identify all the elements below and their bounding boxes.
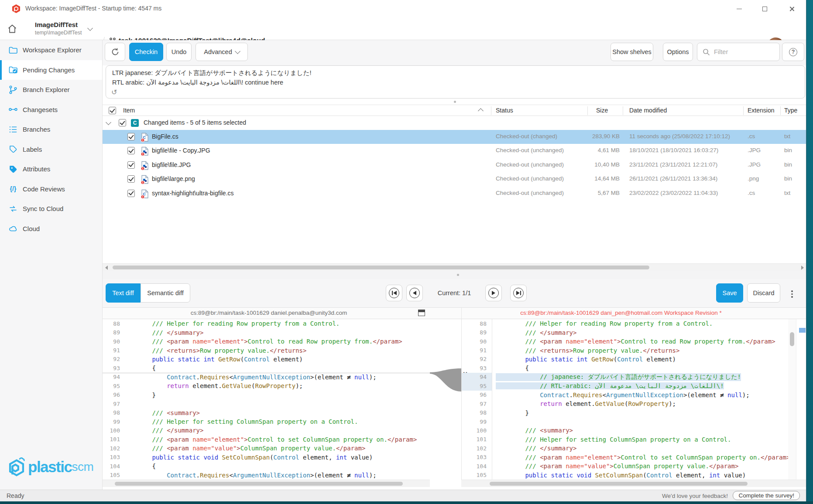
diff-vscrollbar[interactable] — [788, 319, 796, 480]
diff-right-pane[interactable]: 88 /// Helper for reading Row property f… — [461, 319, 788, 480]
table-row[interactable]: bigfile\file.JPGChecked-out (unchanged)1… — [103, 158, 806, 172]
row-checkbox[interactable] — [127, 133, 135, 140]
logo-text: plastic — [28, 458, 72, 476]
file-table-header[interactable]: Item Status Size Date modified Extension… — [103, 105, 806, 116]
scrollbar-thumb[interactable] — [113, 266, 649, 269]
file-type: bin — [784, 175, 806, 182]
sidebar-item-workspace-explorer[interactable]: Workspace Explorer — [0, 40, 102, 60]
line-number: 96 — [462, 391, 492, 399]
home-button[interactable] — [4, 21, 20, 36]
panel-splitter[interactable] — [103, 271, 806, 279]
splitter-grip[interactable] — [457, 274, 459, 276]
desktop-taskbar-edge — [0, 501, 813, 504]
help-button[interactable]: ? — [782, 43, 804, 61]
splitter-grip[interactable] — [454, 101, 456, 103]
close-button[interactable] — [782, 2, 802, 16]
show-shelves-button[interactable]: Show shelves — [611, 43, 653, 61]
scrollbar-thumb[interactable] — [790, 332, 794, 346]
filter-input[interactable] — [714, 48, 771, 55]
line-number: 91 — [462, 346, 492, 354]
sidebar-item-branches[interactable]: Branches — [0, 119, 102, 140]
scrollbar-thumb[interactable] — [490, 482, 748, 486]
code-line: 102 /// <param name="value">ColumnSpan p… — [103, 444, 430, 453]
line-number: 102 — [462, 444, 492, 453]
sidebar-item-label: Branch Explorer — [23, 86, 70, 93]
column-type[interactable]: Type — [784, 107, 797, 114]
refresh-button[interactable] — [105, 43, 125, 61]
table-row[interactable]: CBigFile.csChecked-out (changed)283,90 K… — [103, 130, 806, 144]
tab-text-diff[interactable]: Text diff — [106, 283, 141, 303]
line-number: 103 — [462, 453, 492, 462]
diff-left-pane[interactable]: 88 /// Helper for reading Row property f… — [103, 319, 430, 480]
current-diff-label: Current: 1/1 — [436, 289, 473, 296]
line-number: 88 — [103, 320, 123, 327]
discard-button[interactable]: Discard — [747, 283, 780, 303]
table-row[interactable]: bigfile\file - Copy.JPGChecked-out (unch… — [103, 144, 806, 158]
code-reviews-icon: {/} — [8, 184, 18, 194]
change-marker[interactable] — [799, 328, 806, 333]
last-diff-button[interactable] — [510, 285, 527, 301]
column-date-modified[interactable]: Date modified — [629, 107, 667, 114]
diff-overview-strip[interactable] — [796, 319, 806, 480]
main-toolbar: Checkin Undo Advanced Show shelves Optio… — [103, 40, 806, 65]
column-item[interactable]: Item — [123, 107, 135, 114]
select-all-checkbox[interactable] — [109, 107, 116, 114]
save-button[interactable]: Save — [716, 283, 743, 303]
first-diff-button[interactable] — [386, 285, 402, 301]
maximize-button[interactable] — [755, 2, 775, 16]
table-row[interactable]: bigfile\large.pngChecked-out (unchanged)… — [103, 172, 806, 186]
column-size[interactable]: Size — [596, 107, 608, 114]
diff-menu-button[interactable] — [791, 290, 793, 298]
line-number: 104 — [462, 462, 492, 470]
sidebar-item-attributes[interactable]: Attributes — [0, 159, 102, 179]
column-status[interactable]: Status — [496, 107, 513, 114]
sidebar-item-labels[interactable]: Labels — [0, 140, 102, 160]
complete-survey-button[interactable]: Complete the survey! — [733, 491, 800, 500]
code-line: 99 /// Helper for setting ColumnSpan pro… — [103, 417, 430, 426]
changed-items-group-row[interactable]: C Changed items - 5 of 5 items selected — [103, 116, 806, 130]
undo-button[interactable]: Undo — [166, 43, 192, 61]
advanced-button[interactable]: Advanced — [196, 43, 248, 61]
group-checkbox[interactable] — [119, 119, 126, 126]
file-list-hscrollbar[interactable] — [103, 263, 806, 271]
code-line: 103 /// <param name="element">Control to… — [462, 453, 788, 462]
minimize-icon — [737, 9, 742, 9]
sidebar-item-sync-to-cloud[interactable]: Sync to Cloud — [0, 199, 102, 219]
checkin-comment-box[interactable]: LTR japanese: ダブルバイト言語がサポートされるようになりました! … — [106, 65, 805, 99]
scroll-right-icon[interactable] — [801, 266, 804, 270]
row-checkbox[interactable] — [127, 190, 135, 197]
status-text: Ready — [7, 492, 24, 499]
chevron-down-icon — [87, 25, 93, 31]
minimize-button[interactable] — [729, 2, 749, 16]
row-checkbox[interactable] — [127, 147, 135, 154]
collapse-chevron-icon[interactable] — [106, 119, 111, 125]
right-pane-hscrollbar[interactable] — [461, 480, 806, 487]
sidebar-item-branch-explorer[interactable]: Branch Explorer — [0, 80, 102, 100]
next-diff-button[interactable] — [485, 285, 502, 301]
image-file-icon — [141, 175, 149, 184]
column-extension[interactable]: Extension — [748, 107, 774, 114]
code-line: 88 /// Helper for reading Row property f… — [462, 319, 788, 328]
scrollbar-thumb[interactable] — [115, 482, 403, 486]
workspace-selector[interactable]: ImageDiffTest temp\ImageDiffTest — [24, 18, 99, 39]
tab-semantic-diff[interactable]: Semantic diff — [141, 283, 190, 303]
maximize-pane-icon[interactable] — [418, 310, 425, 316]
sidebar-item-cloud[interactable]: Cloud — [0, 219, 102, 239]
checkin-button[interactable]: Checkin — [129, 43, 163, 61]
previous-diff-button[interactable] — [406, 285, 423, 301]
row-checkbox[interactable] — [127, 161, 135, 169]
scroll-left-icon[interactable] — [105, 266, 108, 270]
comment-history-icon[interactable]: ↺ — [111, 88, 117, 96]
code-line: 90 /// <param name="element">Control to … — [103, 337, 430, 346]
sidebar-item-changesets[interactable]: Changesets — [0, 100, 102, 120]
sidebar-item-code-reviews[interactable]: {/}Code Reviews — [0, 179, 102, 199]
logo-suffix: scm — [72, 460, 93, 474]
code-line: 94 // japanese: ダブルバイト言語がサポートされるようになりました… — [462, 373, 788, 381]
table-row[interactable]: Csyntax-highlight\ultra-bigfile.csChecke… — [103, 187, 806, 201]
window-title: Workspace: ImageDiffTest - Startup time:… — [25, 5, 161, 12]
file-name: bigfile\large.png — [152, 175, 195, 182]
left-pane-hscrollbar[interactable] — [103, 480, 430, 487]
options-button[interactable]: Options — [663, 43, 693, 61]
row-checkbox[interactable] — [127, 175, 135, 183]
sidebar-item-pending-changes[interactable]: Pending Changes — [0, 60, 102, 80]
